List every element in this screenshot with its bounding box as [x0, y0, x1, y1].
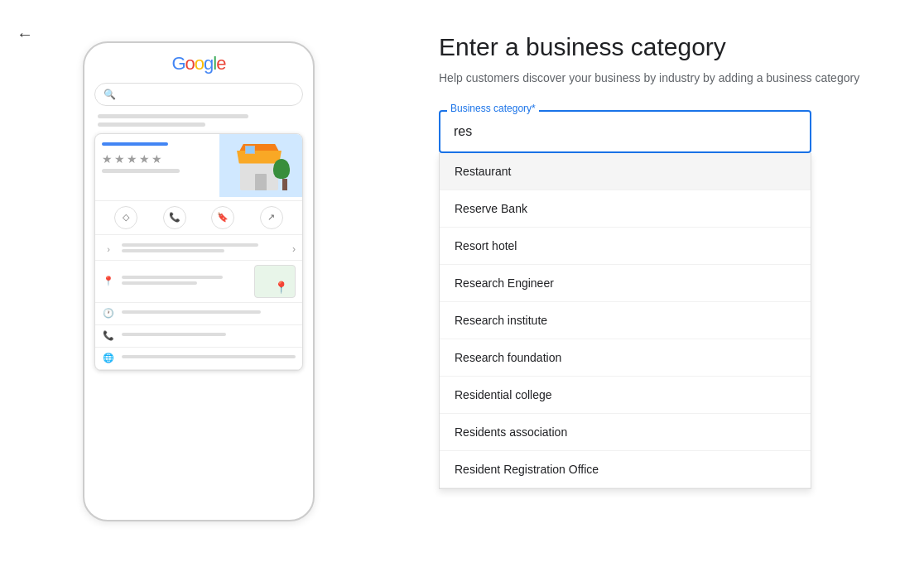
- website-line: [122, 355, 296, 358]
- directions-button[interactable]: ◇: [114, 206, 137, 229]
- info-row-hours: 🕐: [95, 303, 302, 325]
- arrow-icon: ›: [292, 243, 296, 255]
- placeholder-line-2: [98, 122, 205, 127]
- chevron-right-icon: ›: [102, 243, 115, 256]
- globe-icon: 🌐: [102, 352, 115, 365]
- logo-g: G: [171, 53, 185, 74]
- left-panel: ← Google 🔍 ★: [0, 0, 397, 562]
- dropdown-item[interactable]: Resident Registration Office: [440, 451, 811, 488]
- map-thumbnail: 📍: [254, 265, 296, 298]
- action-buttons-row: ◇ 📞 🔖 ↗: [95, 200, 302, 235]
- store-door: [255, 174, 267, 190]
- dropdown-item[interactable]: Research Engineer: [440, 265, 811, 302]
- dropdown-scroll[interactable]: RestaurantReserve BankResort hotelResear…: [440, 153, 811, 488]
- business-card: ★ ★ ★ ★ ★: [94, 133, 303, 371]
- right-panel: Enter a business category Help customers…: [397, 0, 924, 562]
- star-3: ★: [127, 152, 137, 166]
- dropdown-item[interactable]: Research foundation: [440, 339, 811, 377]
- info-row-website: 🌐: [95, 348, 302, 370]
- placeholder-line-1: [98, 114, 248, 118]
- store-window: [245, 146, 255, 154]
- phone-icon: 📞: [102, 329, 115, 343]
- logo-o1: o: [185, 53, 195, 74]
- dropdown-container: RestaurantReserve BankResort hotelResear…: [439, 153, 811, 489]
- clock-icon: 🕐: [102, 307, 115, 320]
- business-category-input[interactable]: [439, 110, 811, 153]
- biz-info-line: [102, 169, 180, 173]
- tree: [279, 159, 290, 190]
- info-row-phone: 📞: [95, 325, 302, 348]
- address-line-1: [122, 276, 223, 279]
- address-line-2: [122, 281, 197, 285]
- star-2: ★: [114, 152, 125, 166]
- page-title: Enter a business category: [439, 33, 883, 61]
- location-icon: 📍: [102, 275, 115, 288]
- dropdown-item[interactable]: Residential college: [440, 377, 811, 414]
- info-row-1: › ›: [95, 238, 302, 261]
- dropdown-item[interactable]: Resort hotel: [440, 228, 811, 265]
- info-row-address: 📍 📍: [95, 261, 302, 303]
- dropdown-item[interactable]: Reserve Bank: [440, 190, 811, 228]
- star-4: ★: [139, 152, 150, 166]
- stars-row: ★ ★ ★ ★ ★: [102, 152, 213, 166]
- store-image: [219, 134, 302, 197]
- logo-o2: o: [195, 53, 204, 74]
- dropdown-item[interactable]: Residents association: [440, 414, 811, 451]
- dropdown-item[interactable]: Restaurant: [440, 153, 811, 190]
- phone-mockup: Google 🔍 ★ ★ ★: [83, 41, 315, 521]
- star-5: ★: [152, 152, 162, 166]
- phone-search-bar: 🔍: [94, 83, 303, 106]
- phone-search-icon: 🔍: [103, 89, 116, 100]
- tree-trunk: [282, 179, 287, 190]
- phone-line: [122, 333, 226, 336]
- google-logo: Google: [91, 53, 306, 74]
- biz-card-name-line: [102, 142, 168, 146]
- map-pin-icon: 📍: [274, 281, 288, 294]
- info-line-2: [122, 249, 224, 252]
- share-button[interactable]: ↗: [260, 206, 283, 229]
- business-category-container: Business category*: [439, 110, 811, 153]
- logo-g2: g: [204, 53, 213, 74]
- info-line-1: [122, 243, 258, 247]
- hours-line: [122, 310, 261, 314]
- logo-e: e: [216, 53, 225, 74]
- star-1: ★: [102, 152, 113, 166]
- tree-top: [273, 159, 290, 179]
- store-icon: [232, 141, 290, 190]
- phone-button[interactable]: 📞: [163, 206, 186, 229]
- page-subtitle: Help customers discover your business by…: [439, 70, 883, 87]
- save-button[interactable]: 🔖: [211, 206, 234, 229]
- input-label: Business category*: [447, 103, 539, 114]
- back-button[interactable]: ←: [17, 25, 33, 44]
- dropdown-item[interactable]: Research institute: [440, 302, 811, 339]
